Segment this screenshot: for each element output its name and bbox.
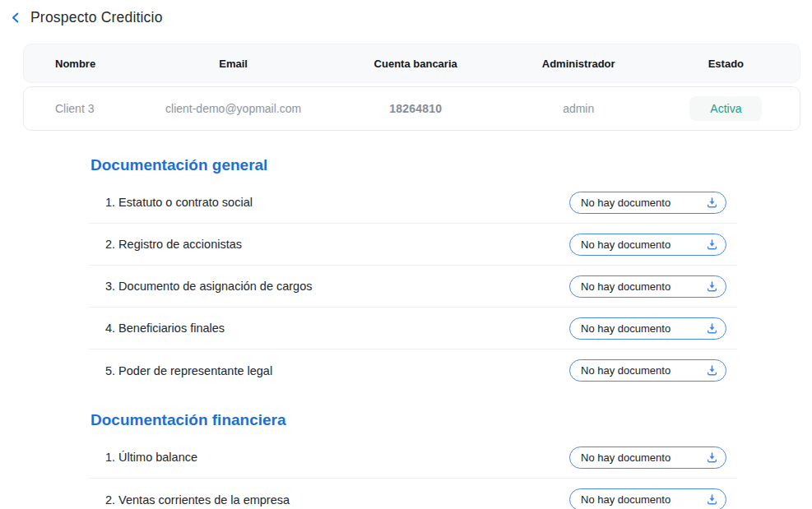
no-document-button[interactable]: No hay documento <box>569 192 726 214</box>
client-administrator: admin <box>563 102 594 115</box>
download-icon <box>706 451 718 464</box>
no-document-button-label: No hay documento <box>581 197 670 209</box>
no-document-button-label: No hay documento <box>581 364 670 377</box>
document-label: 3. Documento de asignación de cargos <box>105 280 313 293</box>
column-header-cuenta-bancaria: Cuenta bancaria <box>374 58 457 70</box>
column-header-email: Email <box>219 58 248 70</box>
download-icon <box>706 493 718 506</box>
document-label: 2. Ventas corrientes de la empresa <box>105 493 290 507</box>
sections: Documentación general 1. Estatuto o cont… <box>89 156 737 509</box>
no-document-button-label: No hay documento <box>581 493 670 506</box>
document-label: 2. Registro de accionistas <box>105 238 242 251</box>
no-document-button[interactable]: No hay documento <box>569 275 726 298</box>
client-name: Client 3 <box>24 102 94 115</box>
no-document-button-label: No hay documento <box>581 451 670 464</box>
client-table-header: Nombre Email Cuenta bancaria Administrad… <box>23 44 800 83</box>
no-document-button-label: No hay documento <box>581 280 670 293</box>
no-document-button-label: No hay documento <box>581 322 670 335</box>
page-title: Prospecto Crediticio <box>30 9 163 26</box>
section-rows: 1. Último balance No hay documento 2. Ve… <box>89 437 737 509</box>
section-title: Documentación general <box>90 156 737 174</box>
client-table: Nombre Email Cuenta bancaria Administrad… <box>23 44 800 131</box>
no-document-button[interactable]: No hay documento <box>569 447 726 469</box>
client-status-cell: Activa <box>689 96 762 121</box>
document-row: 5. Poder de representante legal No hay d… <box>89 349 737 391</box>
download-icon <box>706 364 718 377</box>
client-bank-account: 18264810 <box>389 102 442 115</box>
column-header-administrador: Administrador <box>542 58 615 70</box>
document-section: Documentación financiera 1. Último balan… <box>89 411 737 509</box>
document-label: 1. Último balance <box>105 451 197 464</box>
download-icon <box>706 280 718 293</box>
chevron-left-icon <box>9 11 22 25</box>
download-icon <box>706 197 718 209</box>
document-row: 1. Estatuto o contrato social No hay doc… <box>89 182 737 224</box>
page-header: Prospecto Crediticio <box>0 0 812 26</box>
client-email: client-demo@yopmail.com <box>165 102 301 115</box>
document-label: 4. Beneficiarios finales <box>105 322 225 335</box>
client-table-row: Client 3 client-demo@yopmail.com 1826481… <box>23 86 800 131</box>
section-rows: 1. Estatuto o contrato social No hay doc… <box>89 182 737 391</box>
document-section: Documentación general 1. Estatuto o cont… <box>89 156 737 391</box>
no-document-button-label: No hay documento <box>581 238 670 251</box>
section-title: Documentación financiera <box>90 411 737 429</box>
download-icon <box>706 238 718 251</box>
status-badge: Activa <box>689 96 762 121</box>
document-label: 5. Poder de representante legal <box>105 364 272 377</box>
document-row: 1. Último balance No hay documento <box>89 437 737 479</box>
back-button[interactable] <box>8 10 23 26</box>
document-label: 1. Estatuto o contrato social <box>105 196 253 209</box>
no-document-button[interactable]: No hay documento <box>569 359 726 382</box>
no-document-button[interactable]: No hay documento <box>569 234 726 256</box>
column-header-estado: Estado <box>708 58 744 70</box>
document-row: 4. Beneficiarios finales No hay document… <box>89 308 737 349</box>
document-row: 2. Ventas corrientes de la empresa No ha… <box>89 479 737 509</box>
column-header-nombre: Nombre <box>24 58 95 70</box>
document-row: 2. Registro de accionistas No hay docume… <box>89 224 737 266</box>
no-document-button[interactable]: No hay documento <box>569 317 726 340</box>
no-document-button[interactable]: No hay documento <box>569 488 726 509</box>
document-row: 3. Documento de asignación de cargos No … <box>89 266 737 308</box>
download-icon <box>706 322 718 335</box>
